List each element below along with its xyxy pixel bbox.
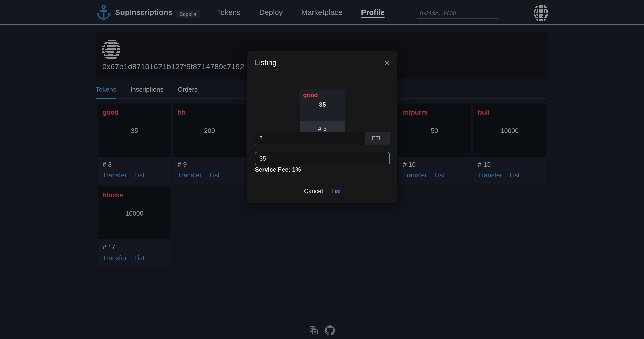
page: SupInscriptions Sepolia Tokens Deploy Ma… xyxy=(0,0,644,339)
service-fee-label: Service Fee: 1% xyxy=(255,166,301,173)
listing-modal: Listing good 35 # 3 ETH 35 Service Fee: … xyxy=(247,51,397,203)
amount-value: 35 xyxy=(259,155,266,162)
cancel-button[interactable]: Cancel xyxy=(304,187,323,195)
price-input[interactable] xyxy=(255,132,365,145)
preview-token-name: good xyxy=(303,92,342,99)
text-caret xyxy=(267,155,267,162)
eth-unit-addon: ETH xyxy=(365,132,390,145)
price-field: ETH xyxy=(255,132,390,145)
close-icon[interactable] xyxy=(384,60,390,66)
modal-title: Listing xyxy=(255,58,277,67)
amount-input[interactable]: 35 xyxy=(255,152,390,165)
list-button[interactable]: List xyxy=(331,187,341,195)
preview-token-supply: 35 xyxy=(319,101,326,108)
token-preview-card: good 35 # 3 xyxy=(300,89,345,137)
modal-actions: Cancel List xyxy=(247,187,397,195)
